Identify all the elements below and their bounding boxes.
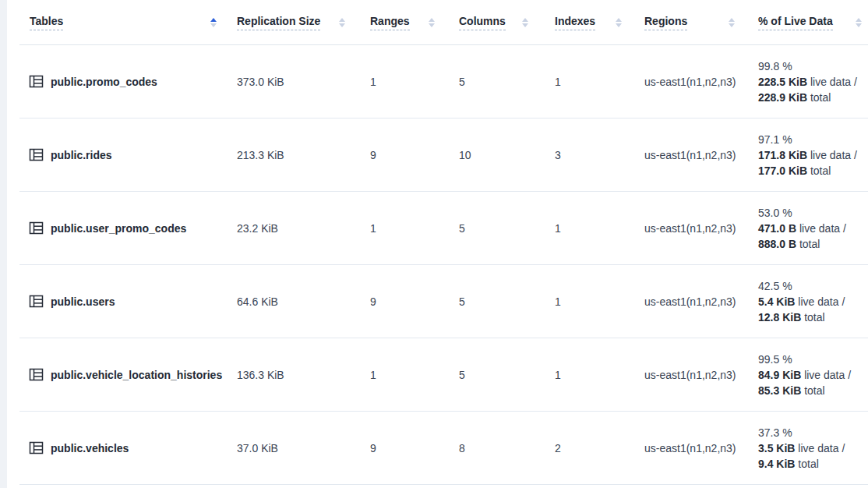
column-label-regions[interactable]: Regions xyxy=(644,15,687,30)
column-label-columns[interactable]: Columns xyxy=(459,15,506,30)
live-data-cell: 37.3 % 3.5 KiB live data / 9.4 KiB total xyxy=(744,412,868,485)
live-percent: 99.8 % xyxy=(758,58,868,74)
table-name-link[interactable]: public.users xyxy=(51,295,115,308)
column-label-replication-size[interactable]: Replication Size xyxy=(237,15,320,30)
table-row[interactable]: public.vehicle_location_histories 136.3 … xyxy=(19,338,868,412)
ranges-cell: 9 xyxy=(355,265,444,338)
table-icon xyxy=(29,294,44,309)
total-label: total xyxy=(807,91,831,104)
indexes-cell: 1 xyxy=(538,338,631,412)
table-row[interactable]: public.promo_codes 373.0 KiB 1 5 1 us-ea… xyxy=(19,45,868,118)
live-data-cell: 99.5 % 84.9 KiB live data / 85.3 KiB tot… xyxy=(744,338,868,412)
columns-cell: 5 xyxy=(444,192,538,265)
live-percent: 97.1 % xyxy=(758,132,868,147)
replication-size-cell: 213.3 KiB xyxy=(226,118,355,192)
total-size: 888.0 B xyxy=(758,238,796,250)
total-label: total xyxy=(801,384,824,397)
table-name-link[interactable]: public.vehicle_location_histories xyxy=(51,369,222,381)
live-data-cell: 97.1 % 171.8 KiB live data / 177.0 KiB t… xyxy=(744,118,868,192)
column-header-live-data[interactable]: % of Live Data xyxy=(744,0,868,45)
sort-icon[interactable] xyxy=(616,18,622,27)
replication-size-cell: 37.0 KiB xyxy=(226,412,355,485)
table-name-link[interactable]: public.rides xyxy=(51,149,112,161)
regions-cell: us-east1(n1,n2,n3) xyxy=(631,192,744,265)
ranges-cell: 1 xyxy=(355,338,444,412)
table-name-cell: public.rides xyxy=(19,118,226,192)
live-size: 171.8 KiB xyxy=(758,149,807,161)
table-row[interactable]: public.users 64.6 KiB 9 5 1 us-east1(n1,… xyxy=(19,265,868,338)
column-label-ranges[interactable]: Ranges xyxy=(370,15,410,30)
indexes-cell: 1 xyxy=(538,45,631,118)
total-data-line: 9.4 KiB total xyxy=(758,456,868,472)
live-label: live data / xyxy=(795,442,845,454)
indexes-cell: 2 xyxy=(538,412,631,485)
column-label-live-data[interactable]: % of Live Data xyxy=(758,15,833,30)
sort-icon[interactable] xyxy=(429,18,435,27)
indexes-cell: 1 xyxy=(538,192,631,265)
total-size: 177.0 KiB xyxy=(758,164,807,177)
tables-list: Tables Replication Size Ranges xyxy=(19,0,868,485)
live-data-line: 171.8 KiB live data / xyxy=(758,147,868,163)
table-name-link[interactable]: public.user_promo_codes xyxy=(51,222,186,235)
table-row[interactable]: public.rides 213.3 KiB 9 10 3 us-east1(n… xyxy=(19,118,868,192)
total-data-line: 177.0 KiB total xyxy=(758,163,868,179)
total-label: total xyxy=(796,238,820,250)
live-size: 84.9 KiB xyxy=(758,369,801,381)
sort-icon[interactable] xyxy=(856,18,862,27)
table-icon xyxy=(29,74,44,89)
column-label-tables[interactable]: Tables xyxy=(30,15,63,30)
sort-icon[interactable] xyxy=(339,18,345,27)
live-percent: 99.5 % xyxy=(758,352,868,367)
sort-icon[interactable] xyxy=(522,18,528,27)
column-header-replication-size[interactable]: Replication Size xyxy=(226,0,355,45)
regions-cell: us-east1(n1,n2,n3) xyxy=(631,338,744,412)
page-left-gutter xyxy=(0,0,7,488)
ranges-cell: 9 xyxy=(355,412,444,485)
regions-cell: us-east1(n1,n2,n3) xyxy=(631,45,744,118)
table-row[interactable]: public.vehicles 37.0 KiB 9 8 2 us-east1(… xyxy=(19,412,868,485)
total-size: 85.3 KiB xyxy=(758,384,801,397)
sort-icon[interactable] xyxy=(210,18,217,27)
column-header-regions[interactable]: Regions xyxy=(631,0,744,45)
column-header-ranges[interactable]: Ranges xyxy=(355,0,444,45)
replication-size-cell: 373.0 KiB xyxy=(226,45,355,118)
total-data-line: 888.0 B total xyxy=(758,236,868,252)
columns-cell: 5 xyxy=(444,265,538,338)
live-label: live data / xyxy=(807,149,857,161)
column-header-tables[interactable]: Tables xyxy=(19,0,226,45)
total-label: total xyxy=(795,458,818,470)
replication-size-cell: 64.6 KiB xyxy=(226,265,355,338)
live-percent: 42.5 % xyxy=(758,278,868,294)
live-size: 228.5 KiB xyxy=(758,76,807,88)
table-icon xyxy=(29,367,44,382)
columns-cell: 5 xyxy=(444,338,538,412)
table-body: public.promo_codes 373.0 KiB 1 5 1 us-ea… xyxy=(19,45,868,485)
total-label: total xyxy=(807,164,831,177)
table-name-link[interactable]: public.promo_codes xyxy=(51,76,157,88)
sort-icon[interactable] xyxy=(729,18,735,27)
columns-cell: 10 xyxy=(444,118,538,192)
column-label-indexes[interactable]: Indexes xyxy=(555,15,595,30)
table-header: Tables Replication Size Ranges xyxy=(19,0,868,45)
live-size: 5.4 KiB xyxy=(758,295,795,308)
table-name-cell: public.vehicle_location_histories xyxy=(19,338,226,412)
indexes-cell: 1 xyxy=(538,265,631,338)
table-icon xyxy=(29,221,44,235)
column-header-indexes[interactable]: Indexes xyxy=(538,0,631,45)
total-label: total xyxy=(801,311,824,324)
live-size: 471.0 B xyxy=(758,222,796,235)
ranges-cell: 9 xyxy=(355,118,444,192)
column-header-columns[interactable]: Columns xyxy=(444,0,538,45)
table-row[interactable]: public.user_promo_codes 23.2 KiB 1 5 1 u… xyxy=(19,192,868,265)
live-data-cell: 42.5 % 5.4 KiB live data / 12.8 KiB tota… xyxy=(744,265,868,338)
live-data-cell: 99.8 % 228.5 KiB live data / 228.9 KiB t… xyxy=(744,45,868,118)
table-name-link[interactable]: public.vehicles xyxy=(51,442,129,454)
indexes-cell: 3 xyxy=(538,118,631,192)
regions-cell: us-east1(n1,n2,n3) xyxy=(631,118,744,192)
total-size: 228.9 KiB xyxy=(758,91,807,104)
live-label: live data / xyxy=(807,76,857,88)
live-data-line: 84.9 KiB live data / xyxy=(758,367,868,383)
live-percent: 53.0 % xyxy=(758,205,868,221)
live-data-line: 3.5 KiB live data / xyxy=(758,440,868,456)
table-name-cell: public.vehicles xyxy=(19,412,226,485)
